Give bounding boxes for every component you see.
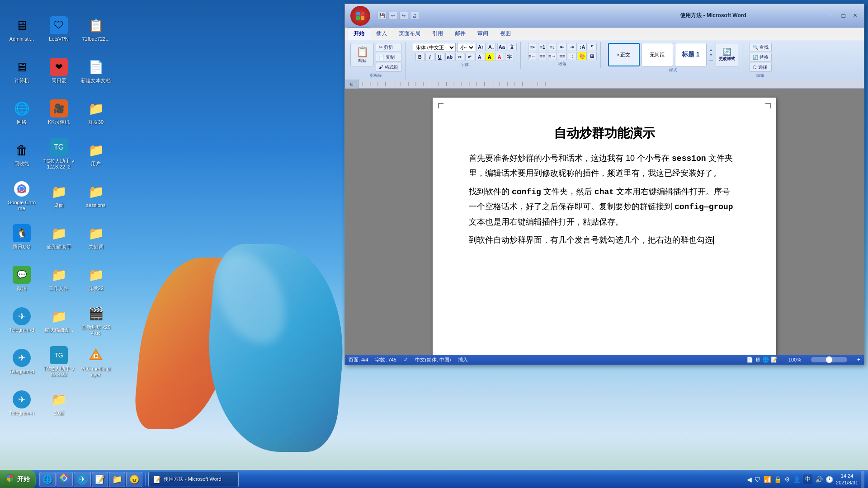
align-right-btn[interactable]: ≡→ [548, 52, 557, 60]
select-btn[interactable]: ⬡ 选择 [750, 63, 772, 72]
desktop-icon-qq[interactable]: 🐧 腾讯QQ [5, 217, 39, 258]
paste-btn[interactable]: 📋 粘贴 [350, 43, 374, 66]
qat-undo[interactable]: ↩ [388, 12, 397, 20]
tab-references[interactable]: 引用 [426, 28, 449, 40]
tray-network[interactable]: 📶 [764, 476, 771, 483]
tray-security[interactable]: 🔒 [774, 476, 782, 483]
sort-btn[interactable]: ↕A [578, 43, 587, 51]
restore-button[interactable]: ⧠ [838, 11, 849, 20]
font-name-select[interactable]: 宋体 (中文正 [413, 43, 456, 52]
increase-indent-btn[interactable]: ⇥ [568, 43, 577, 51]
office-button[interactable] [350, 6, 370, 26]
italic-btn[interactable]: I [425, 53, 434, 61]
show-desktop-button[interactable] [861, 471, 864, 488]
zoom-in-btn[interactable]: + [857, 357, 860, 363]
desktop-icon-googlechrome[interactable]: Google Chrome [5, 175, 39, 216]
tray-settings[interactable]: ⚙ [784, 476, 790, 483]
desktop-icon-vlc[interactable]: VLC media player [79, 342, 113, 382]
tab-home[interactable]: 开始 [348, 28, 370, 40]
minimize-button[interactable]: ─ [826, 11, 837, 20]
web-view-btn[interactable]: 🌐 [762, 357, 769, 363]
document-area[interactable]: 自动炒群功能演示 首先要准备好炒群的小号和话术，这边我有 10 个小号在 ses… [345, 89, 864, 355]
desktop-icon-zidonghuge[interactable]: 🎬 自动烘焙 x264.uc [79, 300, 113, 341]
tray-antivirus[interactable]: 🛡 [755, 476, 761, 483]
style-heading1[interactable]: 标题 1 [675, 43, 707, 66]
qat-redo[interactable]: ↪ [399, 12, 408, 20]
desktop-icon-wechat[interactable]: 💬 微信 [5, 258, 39, 299]
draft-btn[interactable]: 📝 [771, 357, 778, 363]
taskbar-explorer[interactable]: 📁 [109, 472, 125, 487]
increase-font-btn[interactable]: A↑ [476, 43, 486, 51]
zoom-slider[interactable] [811, 357, 847, 362]
tray-time-date[interactable]: 14:24 2021/8/31 [836, 473, 858, 486]
desktop-icon-qunfa22[interactable]: 📁 群发22 [79, 258, 113, 299]
tray-clock[interactable]: 🕐 [826, 476, 833, 483]
desktop-icon-zhucezhushou[interactable]: 📁 证孔辅助手 [42, 217, 76, 258]
bold-btn[interactable]: B [415, 53, 425, 61]
clear-format-btn[interactable]: Aa [497, 43, 506, 51]
desktop-icon-network[interactable]: 🌐 网络 [5, 92, 39, 133]
tab-view[interactable]: 视图 [494, 28, 517, 40]
desktop-icon-71fbae[interactable]: 📋 71fbae722... [79, 9, 113, 50]
style-no-spacing[interactable]: 无间距 [642, 43, 673, 66]
print-layout-btn[interactable]: 📄 [746, 357, 753, 363]
borders-btn[interactable]: ⊞ [588, 52, 597, 60]
replace-btn[interactable]: 🔄 替换 [750, 53, 772, 62]
desktop-icon-xin80[interactable]: 📁 20新 [42, 383, 76, 424]
desktop-icon-letsvpn[interactable]: 🛡 LetsVPN [42, 9, 76, 50]
desktop-icon-user[interactable]: 📁 用户 [79, 134, 113, 174]
desktop-icon-tonri[interactable]: ❤ 同日爱 [42, 51, 76, 91]
desktop-icon-pifu[interactable]: 📁 皮肤精细设... [42, 300, 76, 341]
font-size-select[interactable]: 小一 [457, 43, 475, 52]
taskbar-chrome[interactable] [57, 472, 73, 487]
find-btn[interactable]: 🔍 查找 [750, 43, 772, 52]
taskbar-ie[interactable]: 🌐 [39, 472, 56, 487]
align-center-btn[interactable]: ≡≡ [538, 52, 547, 60]
line-spacing-btn[interactable]: ↕ [568, 52, 577, 60]
desktop-icon-sessions[interactable]: 📁 sessions [79, 175, 113, 216]
font-color-btn[interactable]: A [495, 53, 504, 61]
taskbar-telegram[interactable]: ✈ [74, 472, 91, 487]
desktop-icon-qunyo30[interactable]: 📁 群友30 [79, 92, 113, 133]
char-spacing-btn[interactable]: 字 [505, 53, 514, 61]
desktop-icon-tg-assistant[interactable]: TG TG拉人助手 v1.2.8.22_2 [42, 134, 76, 174]
document-body[interactable]: 首先要准备好炒群的小号和话术，这边我有 10 个小号在 session 文件夹里… [469, 151, 740, 247]
align-left-btn[interactable]: ≡← [528, 52, 537, 60]
desktop-icon-telegram2[interactable]: ✈ Telegram-d [5, 342, 39, 382]
desktop-icon-computer[interactable]: 🖥 计算机 [5, 51, 39, 91]
desktop-icon-newtxt[interactable]: 📄 新建文本文档 [79, 51, 113, 91]
tray-volume[interactable]: 🔊 [815, 476, 823, 483]
desktop-icon-telegram3[interactable]: ✈ Telegram-h [5, 383, 39, 424]
numbering-btn[interactable]: ≡1 [538, 43, 547, 51]
tray-chinese-input[interactable]: 中 [803, 474, 812, 484]
tab-page-layout[interactable]: 页面布局 [393, 28, 426, 40]
justify-btn[interactable]: ≡≡ [558, 52, 567, 60]
taskbar-angry[interactable]: 😠 [126, 472, 142, 487]
taskbar-word-active[interactable]: 📝 使用方法 - Microsoft Word [148, 472, 239, 487]
desktop-icon-guanjianc[interactable]: 📁 关键词 [79, 217, 113, 258]
decrease-font-btn[interactable]: A↓ [487, 43, 496, 51]
desktop-icon-recycle[interactable]: 🗑 回收站 [5, 134, 39, 174]
fullscreen-btn[interactable]: 🖥 [755, 357, 760, 363]
multilevel-btn[interactable]: ≡↓ [548, 43, 557, 51]
qat-save[interactable]: 💾 [377, 12, 387, 20]
tray-users[interactable]: 👤 [793, 476, 801, 483]
text-highlight-btn[interactable]: A [485, 53, 494, 61]
subscript-btn[interactable]: x₂ [455, 53, 464, 61]
tab-mailings[interactable]: 邮件 [449, 28, 472, 40]
show-marks-btn[interactable]: ¶ [588, 43, 597, 51]
superscript-btn[interactable]: x² [465, 53, 474, 61]
underline-btn[interactable]: U [435, 53, 444, 61]
tab-review[interactable]: 审阅 [472, 28, 494, 40]
desktop-icon-gonzuowenjian[interactable]: 📁 工作文件 [42, 258, 76, 299]
desktop-icon-admin[interactable]: 🖥 Administr... [5, 9, 39, 50]
tab-insert[interactable]: 插入 [370, 28, 393, 40]
desktop-icon-kk[interactable]: 🎥 KK录像机 [42, 92, 76, 133]
decrease-indent-btn[interactable]: ⇤ [558, 43, 567, 51]
taskbar-word[interactable]: 📝 [92, 472, 108, 487]
desktop-icon-desktop2[interactable]: 📁 桌面 [42, 175, 76, 216]
fill-color-btn[interactable]: 🎨 [578, 52, 587, 60]
desktop-icon-tglaren2[interactable]: TG TG拉人助手 v12.8.22 [42, 342, 76, 382]
change-styles-btn[interactable]: 🔄 更改样式 [716, 43, 738, 66]
ruler-toggle[interactable]: ⊡ [345, 80, 359, 89]
